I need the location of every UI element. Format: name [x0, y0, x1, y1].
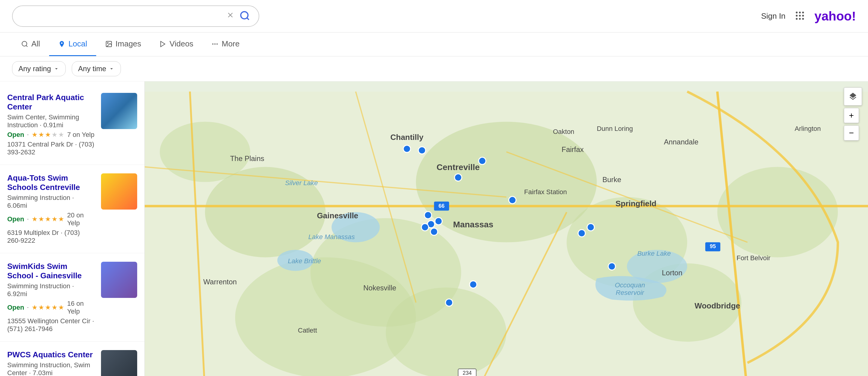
svg-point-28 — [160, 122, 250, 182]
svg-point-2 — [241, 12, 248, 19]
results-panel: Central Park Aquatic Center Swim Center,… — [0, 82, 145, 376]
svg-marker-17 — [161, 41, 165, 47]
sign-in-link[interactable]: Sign In — [761, 11, 785, 21]
svg-text:Springfield: Springfield — [616, 199, 657, 208]
star-2: ★ — [38, 131, 44, 139]
star-rating: ★ ★ ★ ★ ★ — [32, 304, 64, 311]
header: swim schools near me Sign In yahoo! — [0, 0, 868, 33]
svg-text:Burke: Burke — [602, 176, 621, 184]
star-4: ★ — [52, 215, 58, 223]
review-count: 20 on Yelp — [67, 211, 95, 227]
search-input[interactable]: swim schools near me — [21, 11, 221, 21]
map-controls: + − — [844, 88, 862, 140]
result-item[interactable]: SwimKids Swim School - Gainesville Swimm… — [0, 253, 145, 342]
svg-text:Fairfax: Fairfax — [562, 145, 584, 154]
svg-point-84 — [470, 281, 477, 288]
yahoo-logo: yahoo! — [814, 9, 856, 24]
zoom-out-button[interactable]: − — [844, 125, 859, 140]
svg-text:Silver Lake: Silver Lake — [285, 179, 318, 187]
result-image — [101, 262, 137, 298]
result-name: SwimKids Swim School - Gainesville — [7, 262, 95, 280]
svg-point-72 — [403, 145, 411, 153]
svg-text:Chantilly: Chantilly — [391, 133, 424, 142]
zoom-in-button[interactable]: + — [844, 108, 859, 123]
tab-all[interactable]: All — [12, 33, 49, 56]
svg-text:Lake Brittle: Lake Brittle — [288, 257, 321, 265]
svg-point-13 — [22, 41, 27, 46]
result-info: Central Park Aquatic Center Swim Center,… — [7, 93, 95, 156]
svg-point-12 — [802, 18, 804, 20]
tab-images[interactable]: Images — [96, 33, 150, 56]
clear-button[interactable] — [226, 11, 235, 22]
star-4: ★ — [52, 131, 58, 139]
nav-tabs: All Local Images Videos More — [0, 33, 868, 56]
result-item[interactable]: Central Park Aquatic Center Swim Center,… — [0, 85, 145, 165]
rating-filter[interactable]: Any rating — [12, 61, 66, 76]
result-address: 13555 Wellington Center Cir · (571) 261-… — [7, 317, 95, 333]
header-right: Sign In yahoo! — [761, 9, 856, 24]
svg-point-86 — [445, 299, 453, 306]
svg-point-30 — [717, 167, 838, 257]
result-info: SwimKids Swim School - Gainesville Swimm… — [7, 262, 95, 333]
main-content: Central Park Aquatic Center Swim Center,… — [0, 82, 868, 376]
star-rating: ★ ★ ★ ★ ★ — [32, 215, 64, 223]
svg-text:Catlett: Catlett — [298, 326, 317, 334]
svg-point-10 — [796, 18, 798, 20]
star-2: ★ — [38, 215, 44, 223]
svg-text:Fairfax Station: Fairfax Station — [524, 188, 567, 196]
svg-text:Gainesville: Gainesville — [317, 211, 358, 220]
result-status-row: Open · ★ ★ ★ ★ ★ 7 on Yelp — [7, 131, 95, 139]
star-5: ★ — [58, 215, 64, 223]
svg-point-4 — [796, 11, 798, 13]
status-badge: Open — [7, 131, 24, 139]
svg-text:95: 95 — [710, 243, 716, 249]
svg-text:Annandale: Annandale — [664, 138, 699, 146]
svg-point-76 — [508, 197, 516, 204]
map-layer-button[interactable] — [844, 88, 862, 105]
result-item[interactable]: Aqua-Tots Swim Schools Centreville Swimm… — [0, 165, 145, 253]
svg-point-16 — [107, 42, 108, 43]
result-meta: Swimming Instruction · 6.06mi — [7, 194, 95, 210]
separator: · — [27, 305, 28, 310]
tab-videos[interactable]: Videos — [150, 33, 202, 56]
review-count: 16 on Yelp — [67, 300, 95, 315]
result-image — [101, 350, 137, 376]
result-status-row: Open · ★ ★ ★ ★ ★ 20 on Yelp — [7, 211, 95, 227]
star-rating: ★ ★ ★ ★ ★ — [32, 131, 64, 139]
svg-text:Lake Manassas: Lake Manassas — [308, 233, 355, 241]
tab-local[interactable]: Local — [49, 33, 96, 56]
svg-point-5 — [799, 11, 801, 13]
result-meta: Swimming Instruction · 6.92mi — [7, 282, 95, 298]
svg-point-26 — [235, 257, 416, 376]
svg-point-83 — [578, 230, 585, 237]
svg-text:234: 234 — [463, 370, 472, 376]
star-1: ★ — [32, 304, 38, 311]
result-name: PWCS Aquatics Center — [7, 350, 95, 359]
review-count: 7 on Yelp — [67, 131, 95, 139]
svg-point-82 — [587, 224, 594, 231]
map-panel[interactable]: 66 95 234 Chantilly The Plains Silver La… — [145, 82, 868, 376]
svg-point-81 — [435, 218, 442, 225]
svg-line-14 — [26, 45, 27, 46]
svg-point-74 — [455, 174, 462, 181]
star-2: ★ — [38, 304, 44, 311]
tab-more[interactable]: More — [202, 33, 248, 56]
svg-line-3 — [247, 18, 249, 20]
svg-point-7 — [796, 15, 798, 17]
svg-point-23 — [416, 122, 597, 243]
result-info: PWCS Aquatics Center Swimming Instructio… — [7, 350, 95, 376]
svg-text:Oakton: Oakton — [553, 128, 575, 135]
result-item[interactable]: PWCS Aquatics Center Swimming Instructio… — [0, 342, 145, 376]
svg-text:66: 66 — [439, 203, 445, 209]
time-filter[interactable]: Any time — [72, 61, 121, 76]
svg-text:Lorton: Lorton — [662, 269, 682, 277]
apps-icon[interactable] — [795, 10, 805, 22]
result-name: Central Park Aquatic Center — [7, 93, 95, 112]
search-button[interactable] — [239, 10, 250, 22]
svg-point-6 — [802, 11, 804, 13]
star-3: ★ — [45, 131, 51, 139]
svg-text:Woodbridge: Woodbridge — [695, 301, 740, 310]
svg-text:Centreville: Centreville — [437, 162, 480, 172]
svg-text:Warrenton: Warrenton — [203, 278, 237, 286]
svg-point-20 — [216, 43, 218, 44]
